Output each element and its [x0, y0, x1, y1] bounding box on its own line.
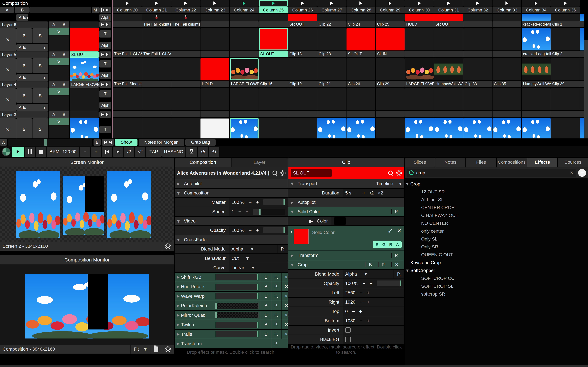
column-play-button[interactable]	[142, 0, 171, 7]
clip-thumbnail[interactable]	[142, 118, 171, 138]
browser-tab[interactable]: Notes	[435, 158, 466, 167]
param-animation-button[interactable]: P.	[391, 253, 402, 258]
layer6-blendmode-dropdown[interactable]: Add▼	[17, 14, 28, 21]
effect-bypass-button[interactable]: B	[261, 282, 271, 291]
composition-name[interactable]: Alice Adventures in Wonderland 4.21V4 (3…	[177, 170, 270, 176]
undo-button[interactable]: ↺	[198, 147, 208, 157]
column-label[interactable]: Column 20	[113, 7, 142, 13]
clip-cell[interactable]: The Fall Sleepign ...	[113, 58, 142, 88]
layer3-transition-button[interactable]: T	[99, 90, 111, 98]
screen-settings-button[interactable]	[162, 242, 174, 251]
rgba-toggle[interactable]: RG BA	[373, 241, 402, 248]
clip-thumbnail[interactable]	[142, 28, 171, 50]
tree-item-label[interactable]: SOFTCROP SL	[421, 284, 453, 289]
skip-forward-icon[interactable]	[106, 23, 109, 26]
add-button[interactable]: +	[578, 169, 586, 177]
effect-name[interactable]: Wave Warp	[181, 294, 216, 299]
clip-cell[interactable]: Clip 26	[346, 58, 375, 88]
clip-thumbnail[interactable]	[171, 118, 200, 138]
clip-thumbnail[interactable]	[434, 28, 463, 50]
clip-cell[interactable]	[171, 88, 200, 118]
tree-item-label[interactable]: SOFTCROP CC	[421, 276, 454, 281]
effect-opacity-slider[interactable]	[216, 303, 258, 309]
clip-cell[interactable]	[346, 88, 375, 118]
tree-item-label[interactable]: 12 OUT SR	[421, 189, 445, 194]
tab-clip[interactable]: Clip	[288, 158, 404, 167]
section-autopilot[interactable]: ▶ Autopilot	[175, 179, 288, 188]
redo-button[interactable]: ↻	[209, 147, 219, 157]
tap-button[interactable]: TAP	[146, 147, 162, 157]
section-transform[interactable]: ▶ Transform P.	[288, 251, 404, 260]
tree-item-label[interactable]: Crop	[410, 181, 420, 187]
speed-value[interactable]: 1	[232, 209, 234, 214]
bpm-decrease-button[interactable]: −	[80, 147, 90, 157]
clip-thumbnail[interactable]	[405, 88, 434, 110]
crop-opacity-slider[interactable]	[377, 281, 401, 286]
layer4-clear-button[interactable]: ✕	[0, 58, 16, 81]
clip-cell[interactable]: cracked-egg-fallin...	[522, 28, 551, 58]
clip-thumbnail[interactable]	[171, 28, 200, 50]
clip-cell[interactable]: SL IN	[376, 28, 405, 58]
clip-cell[interactable]: Clip 25	[376, 14, 405, 28]
effect-name[interactable]: Mirror Quad	[181, 313, 216, 318]
clip-cell[interactable]	[405, 88, 434, 118]
clip-thumbnail[interactable]	[405, 118, 434, 138]
deck-skip-buttons[interactable]	[102, 139, 114, 146]
column-label[interactable]: Column 24	[230, 7, 259, 13]
column-play-button[interactable]	[200, 0, 229, 7]
bpm-increase-button[interactable]: +	[91, 147, 101, 157]
column-label[interactable]: Column 28	[346, 7, 375, 13]
decrease-button[interactable]: −	[360, 318, 363, 324]
effect-row[interactable]: ▶ PolarKaleido B P. ✕	[175, 301, 288, 310]
column-play-button[interactable]	[317, 0, 346, 7]
column-label[interactable]: Column 35	[551, 7, 580, 13]
effect-opacity-slider[interactable]	[216, 312, 258, 318]
section-solid-color[interactable]: ▼ Solid Color P.	[288, 207, 404, 216]
clip-cell[interactable]: Clip 16	[259, 58, 288, 88]
bpm-double-button[interactable]: ×2	[135, 147, 145, 157]
clip-cell[interactable]	[113, 118, 142, 138]
effect-name[interactable]: Transform	[181, 341, 216, 346]
effect-animation-button[interactable]: P.	[271, 301, 281, 310]
layer5-alpha-button[interactable]: Alph	[99, 42, 111, 49]
effect-opacity-slider[interactable]	[216, 284, 258, 290]
clip-thumbnail[interactable]	[171, 14, 200, 21]
clip-thumbnail[interactable]	[171, 58, 200, 80]
layer2-solo-button[interactable]: S	[33, 118, 48, 138]
tree-item[interactable]: ALL but SL	[405, 196, 588, 204]
clip-cell[interactable]: Clip 33	[463, 58, 492, 88]
clip-cell[interactable]	[113, 88, 142, 118]
clip-thumbnail[interactable]	[113, 58, 142, 80]
skip-back-icon[interactable]	[101, 53, 104, 56]
clip-cell-partial[interactable]	[580, 88, 584, 118]
section-transport[interactable]: ▼ Transport Timeline ▼	[288, 179, 404, 188]
bpm-display[interactable]: BPM 120.00	[47, 147, 79, 157]
section-crop[interactable]: ▼ Crop B P. ✕	[288, 260, 404, 269]
decrease-button[interactable]: −	[363, 281, 365, 286]
clip-thumbnail[interactable]	[493, 118, 521, 138]
deck-tab[interactable]: Grab Bag	[185, 139, 216, 146]
clip-cell[interactable]	[463, 28, 492, 58]
gear-icon[interactable]	[280, 170, 285, 176]
deck-tab[interactable]: Show	[115, 139, 138, 146]
skip-back-icon[interactable]	[101, 113, 104, 116]
decrease-button[interactable]: −	[249, 200, 252, 205]
layer3-name[interactable]: Layer 3	[0, 111, 48, 118]
tree-item-label[interactable]: only center	[421, 229, 444, 234]
effect-opacity-slider[interactable]	[216, 293, 258, 299]
clip-thumbnail[interactable]	[142, 88, 171, 110]
increase-button[interactable]: +	[245, 209, 248, 215]
clip-thumbnail[interactable]	[551, 28, 580, 50]
layer5-blendmode-dropdown[interactable]: Add▼	[17, 44, 48, 51]
clip-thumbnail[interactable]	[463, 88, 492, 110]
column-label[interactable]: Column 30	[405, 7, 434, 13]
effect-bypass-button[interactable]: B	[261, 273, 271, 282]
column-label[interactable]: Column 22	[171, 7, 200, 13]
clip-cell[interactable]: HOLD	[200, 58, 229, 88]
clip-thumbnail[interactable]	[259, 58, 288, 80]
clip-cell[interactable]	[200, 88, 229, 118]
tree-arrow-icon[interactable]: ▼	[405, 268, 410, 273]
clip-thumbnail[interactable]	[551, 14, 580, 21]
clip-cell[interactable]	[405, 28, 434, 58]
clip-cell[interactable]	[493, 118, 521, 138]
